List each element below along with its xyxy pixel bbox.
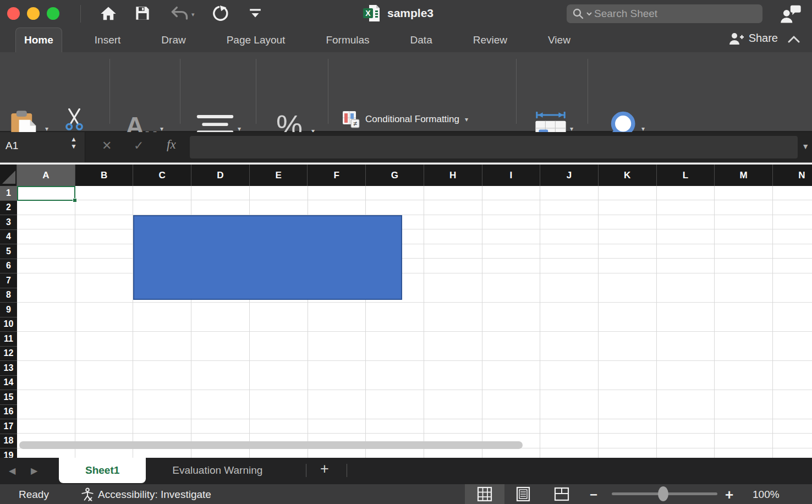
zoom-window-button[interactable] <box>47 7 59 20</box>
ribbon-divider <box>109 59 110 124</box>
formula-bar-expand-icon[interactable]: ▼ <box>802 142 809 151</box>
row-header-5[interactable]: 5 <box>0 244 17 259</box>
share-label: Share <box>749 32 778 45</box>
column-header-j[interactable]: J <box>540 165 599 186</box>
column-header-a[interactable]: A <box>17 165 75 186</box>
row-header-4[interactable]: 4 <box>0 230 17 245</box>
column-header-m[interactable]: M <box>715 165 773 186</box>
home-icon[interactable] <box>100 6 117 22</box>
undo-caret-icon[interactable]: ▾ <box>191 11 195 18</box>
search-scope-caret-icon[interactable] <box>586 12 592 16</box>
undo-icon[interactable] <box>171 6 189 22</box>
page-layout-view-button[interactable] <box>507 484 539 504</box>
tab-page-layout[interactable]: Page Layout <box>218 28 294 52</box>
tab-view[interactable]: View <box>540 28 579 52</box>
column-header-d[interactable]: D <box>191 165 250 186</box>
zoom-level[interactable]: 100% <box>753 489 780 501</box>
column-header-l[interactable]: L <box>657 165 715 186</box>
feedback-person-icon[interactable] <box>780 4 802 23</box>
select-all-button[interactable] <box>0 165 17 186</box>
collapse-ribbon-button[interactable] <box>788 35 800 45</box>
row-header-1[interactable]: 1 <box>0 186 17 201</box>
cancel-icon[interactable]: ✕ <box>102 139 112 153</box>
ribbon-divider <box>180 59 180 124</box>
row-header-14[interactable]: 14 <box>0 376 17 391</box>
row-header-15[interactable]: 15 <box>0 390 17 405</box>
row-header-13[interactable]: 13 <box>0 361 17 376</box>
column-header-c[interactable]: C <box>133 165 191 186</box>
cut-icon[interactable] <box>63 108 86 130</box>
selection-fill-handle[interactable] <box>73 198 77 202</box>
horizontal-scrollbar[interactable] <box>19 441 523 449</box>
redo-icon[interactable] <box>212 6 229 23</box>
column-header-g[interactable]: G <box>366 165 424 186</box>
row-header-17[interactable]: 17 <box>0 419 17 434</box>
page-break-view-button[interactable] <box>546 484 578 504</box>
zoom-slider-thumb[interactable] <box>658 486 668 501</box>
save-icon[interactable] <box>135 6 150 21</box>
editing-caret-icon[interactable]: ▾ <box>641 125 645 133</box>
row-header-9[interactable]: 9 <box>0 303 17 317</box>
sheetbar-divider <box>347 464 347 477</box>
formula-bar: A1 ▲ ▼ ✕ ✓ fx ▼ <box>0 132 812 162</box>
confirm-icon[interactable]: ✓ <box>134 139 144 153</box>
tab-data[interactable]: Data <box>402 28 441 52</box>
row-header-11[interactable]: 11 <box>0 332 17 347</box>
minimize-window-button[interactable] <box>27 7 40 20</box>
next-sheet-icon[interactable]: ▶ <box>31 465 37 476</box>
column-header-n[interactable]: N <box>773 165 812 186</box>
cells-caret-icon[interactable]: ▾ <box>570 125 573 133</box>
row-header-19[interactable]: 19 <box>0 448 17 458</box>
row-header-6[interactable]: 6 <box>0 259 17 274</box>
share-person-icon <box>729 32 744 45</box>
conditional-formatting-caret-icon: ▾ <box>465 116 468 123</box>
spreadsheet-grid[interactable] <box>17 186 812 458</box>
tab-draw[interactable]: Draw <box>153 28 194 52</box>
tab-home[interactable]: Home <box>15 28 62 52</box>
row-header-2[interactable]: 2 <box>0 201 17 216</box>
name-box[interactable]: A1 ▲ ▼ <box>0 132 85 162</box>
tab-formulas[interactable]: Formulas <box>317 28 377 52</box>
alignment-caret-icon[interactable]: ▾ <box>238 125 241 133</box>
close-window-button[interactable] <box>7 7 20 20</box>
insert-function-icon[interactable]: fx <box>167 138 176 152</box>
prev-sheet-icon[interactable]: ◀ <box>9 465 15 476</box>
stepper-down-icon[interactable]: ▼ <box>70 143 77 150</box>
column-header-i[interactable]: I <box>482 165 541 186</box>
selected-cell-a1[interactable] <box>17 186 75 201</box>
row-header-3[interactable]: 3 <box>0 215 17 230</box>
customize-toolbar-icon[interactable] <box>249 9 262 19</box>
column-header-h[interactable]: H <box>424 165 482 186</box>
svg-text:≠: ≠ <box>353 119 357 128</box>
normal-view-button[interactable] <box>465 484 504 504</box>
row-header-7[interactable]: 7 <box>0 273 17 288</box>
conditional-formatting-button[interactable]: ≠ Conditional Formatting ▾ <box>342 111 468 128</box>
zoom-in-button[interactable]: + <box>725 486 733 503</box>
column-header-k[interactable]: K <box>599 165 657 186</box>
add-sheet-button[interactable]: + <box>320 461 329 478</box>
row-header-8[interactable]: 8 <box>0 288 17 303</box>
column-header-e[interactable]: E <box>250 165 308 186</box>
search-field[interactable] <box>567 4 762 23</box>
status-accessibility[interactable]: Accessibility: Investigate <box>98 489 211 501</box>
row-header-12[interactable]: 12 <box>0 347 17 361</box>
row-header-16[interactable]: 16 <box>0 405 17 420</box>
sheet-tab-bar: ◀ ▶ Sheet1Evaluation Warning + <box>0 458 812 483</box>
row-headers: 12345678910111213141516171819 <box>0 186 17 458</box>
name-box-stepper[interactable]: ▲ ▼ <box>70 136 77 150</box>
row-header-18[interactable]: 18 <box>0 434 17 449</box>
zoom-out-button[interactable]: − <box>590 487 597 502</box>
column-header-f[interactable]: F <box>308 165 366 186</box>
shape-rectangle[interactable] <box>133 215 402 300</box>
row-header-10[interactable]: 10 <box>0 317 17 332</box>
tab-insert[interactable]: Insert <box>86 28 129 52</box>
sheet-tab-sheet1[interactable]: Sheet1 <box>59 458 146 483</box>
font-caret-icon[interactable]: ▾ <box>160 125 163 133</box>
share-button[interactable]: Share <box>729 32 778 45</box>
search-input[interactable] <box>594 8 757 20</box>
sheet-tab-evaluation-warning[interactable]: Evaluation Warning <box>146 458 289 483</box>
column-header-b[interactable]: B <box>75 165 134 186</box>
formula-input[interactable] <box>190 136 798 158</box>
paste-caret-icon[interactable]: ▾ <box>45 125 48 133</box>
tab-review[interactable]: Review <box>465 28 515 52</box>
